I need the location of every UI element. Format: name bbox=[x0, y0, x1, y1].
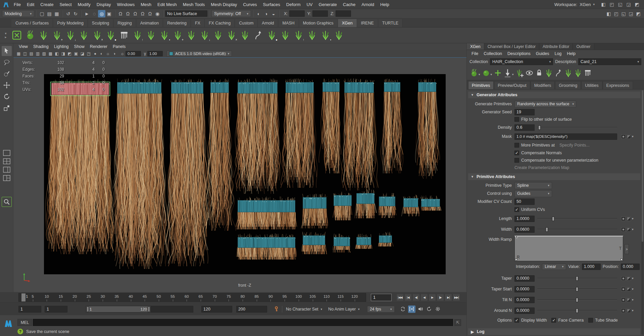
compensate-normals-checkbox[interactable]: ✓ bbox=[514, 151, 519, 155]
more-primitives-checkbox[interactable] bbox=[514, 143, 519, 148]
split-pane-icon[interactable]: ◲ bbox=[625, 1, 632, 8]
menu-item[interactable]: Edit bbox=[24, 2, 37, 7]
shelf-tab[interactable]: FX Caching bbox=[205, 19, 235, 27]
menu-item[interactable]: Help bbox=[377, 2, 392, 7]
shelf-tabs-toggle-icon[interactable]: ▾ bbox=[5, 32, 6, 35]
length-slider[interactable] bbox=[537, 216, 617, 221]
menu-item[interactable]: Edit Mesh bbox=[154, 2, 180, 7]
xgen-toolbar-icon[interactable] bbox=[574, 68, 583, 77]
shelf-tab[interactable]: Curves / Surfaces bbox=[11, 19, 53, 27]
tilt-n-field[interactable]: 0.0000 bbox=[514, 297, 535, 303]
xgen-toolbar-icon[interactable] bbox=[564, 68, 573, 77]
menu-item[interactable]: File bbox=[11, 2, 24, 7]
sidebar-tab[interactable]: Outliner bbox=[573, 43, 594, 50]
scrollbar-thumb[interactable] bbox=[642, 90, 643, 242]
taper-start-slider[interactable] bbox=[537, 287, 617, 291]
shelf-tab[interactable]: Animation bbox=[136, 19, 163, 27]
character-set-selector[interactable]: No Character Set ▾ bbox=[286, 307, 322, 312]
exposure-icon[interactable]: ☼ bbox=[120, 51, 124, 56]
wireframe-mode-icon[interactable]: ◳ bbox=[86, 51, 92, 57]
xgen-menu-item[interactable]: Guides bbox=[533, 50, 552, 57]
display-width-checkbox[interactable]: ✓ bbox=[514, 318, 519, 323]
animation-end-field[interactable]: 200 bbox=[236, 306, 267, 313]
map-button[interactable] bbox=[621, 134, 626, 139]
xgen-toolbar-icon[interactable] bbox=[503, 68, 512, 77]
shelf-tab[interactable]: Rigging bbox=[113, 19, 136, 27]
expression-button[interactable] bbox=[627, 134, 631, 139]
taper-slider[interactable] bbox=[537, 276, 617, 281]
around-n-field[interactable]: 0.0000 bbox=[514, 307, 535, 314]
taper-field[interactable]: 0.0000 bbox=[514, 275, 535, 282]
render-current-frame-icon[interactable]: ◐ bbox=[255, 10, 262, 17]
row-menu-caret-icon[interactable]: ▾ bbox=[632, 228, 634, 231]
highlight-selection-icon[interactable]: ▣ bbox=[105, 10, 113, 17]
render-settings-icon[interactable]: ◒ bbox=[270, 10, 277, 17]
menu-item[interactable]: UV bbox=[303, 2, 315, 7]
xgen-tab[interactable]: Preview/Output bbox=[494, 81, 530, 89]
symmetry-selector[interactable]: Symmetry: Off ▾ bbox=[211, 10, 251, 17]
xgen-tab[interactable]: Primitives bbox=[468, 81, 494, 89]
density-field[interactable]: 0.6 bbox=[514, 124, 535, 131]
go-to-start-button[interactable]: |◀◀ bbox=[396, 294, 404, 301]
snap-to-projected-center-icon[interactable]: Ω bbox=[139, 10, 146, 17]
tube-shade-checkbox[interactable] bbox=[588, 318, 593, 323]
generator-attributes-section[interactable]: ▼ Generator Attributes bbox=[468, 92, 640, 98]
create-parameterization-map-button[interactable]: Create Parameterization Map bbox=[514, 165, 569, 170]
chevron-down-icon[interactable]: ▾ bbox=[479, 73, 480, 76]
lights-toggle-icon[interactable]: ☼ bbox=[105, 51, 111, 57]
ramp-expand-button[interactable]: > bbox=[625, 244, 629, 254]
menu-item[interactable]: Arnold bbox=[358, 2, 377, 7]
command-language-toggle[interactable]: MEL bbox=[17, 319, 32, 326]
gate-mask-icon[interactable]: ◩ bbox=[66, 51, 73, 57]
gamma-icon[interactable]: γ bbox=[144, 51, 146, 56]
menu-item[interactable]: Cache bbox=[340, 2, 359, 7]
collection-selector[interactable]: HAIR_Collection ▾ bbox=[490, 58, 553, 65]
layout-settings-icon[interactable]: ◩ bbox=[635, 10, 642, 17]
xgen-toolbar-icon[interactable] bbox=[493, 68, 502, 77]
z-coordinate-field[interactable] bbox=[336, 10, 351, 17]
xgen-toolbar-icon[interactable] bbox=[469, 68, 479, 77]
time-slider[interactable]: 1 51015202530354045505560657075808590951… bbox=[18, 293, 366, 302]
menu-item[interactable]: Modify bbox=[75, 2, 94, 7]
bookmarks-icon[interactable]: ▥ bbox=[35, 51, 41, 57]
range-slider-bar[interactable]: 1 120 bbox=[86, 306, 150, 312]
xgen-toolbar-icon[interactable] bbox=[535, 68, 544, 77]
shelf-tab[interactable]: Sculpting bbox=[88, 19, 113, 27]
panel-menu-item[interactable]: Lighting bbox=[51, 43, 71, 50]
xgen-toolbar-icon[interactable] bbox=[515, 68, 524, 77]
panel-menu-item[interactable]: View bbox=[16, 43, 31, 50]
field-chart-icon[interactable]: ▣ bbox=[73, 51, 79, 57]
menu-item[interactable]: Curves bbox=[240, 2, 260, 7]
row-menu-caret-icon[interactable]: ▾ bbox=[632, 309, 634, 312]
select-mask-component-icon[interactable]: ◎ bbox=[98, 10, 105, 17]
previous-key-button[interactable]: |◀ bbox=[404, 294, 412, 301]
range-slider[interactable]: 1 120 bbox=[86, 306, 193, 313]
ramp-end-handle[interactable] bbox=[621, 259, 623, 261]
range-start-handle[interactable] bbox=[87, 306, 89, 312]
panel-menu-item[interactable]: Renderer bbox=[87, 43, 110, 50]
description-selector[interactable]: Card_21 ▾ bbox=[578, 58, 641, 65]
shaded-mode-icon[interactable]: ● bbox=[92, 51, 98, 57]
shelf-tab[interactable]: Poly Modeling bbox=[53, 19, 88, 27]
x-coordinate-field[interactable] bbox=[289, 10, 305, 17]
four-pane-icon[interactable]: ◰ bbox=[608, 1, 615, 8]
split-pane-icon[interactable]: ◲ bbox=[627, 10, 635, 17]
shelf-tab[interactable]: MASH bbox=[278, 19, 299, 27]
gamma-field[interactable]: 1.00 bbox=[147, 51, 163, 56]
taper-start-field[interactable]: 0.0000 bbox=[514, 286, 535, 292]
xgen-tab[interactable]: Grooming bbox=[555, 81, 581, 89]
xgen-toolbar-icon[interactable] bbox=[554, 68, 563, 77]
previous-frame-button[interactable]: ◀| bbox=[412, 294, 420, 301]
tilt-n-slider[interactable] bbox=[537, 297, 617, 302]
chevron-down-icon[interactable]: ▾ bbox=[491, 73, 492, 76]
length-field[interactable]: 1.0000 bbox=[514, 216, 535, 222]
play-forward-button[interactable]: ▶ bbox=[429, 294, 436, 301]
range-end-handle[interactable] bbox=[148, 306, 150, 312]
row-menu-caret-icon[interactable]: ▾ bbox=[632, 277, 634, 280]
open-scene-icon[interactable]: ▤ bbox=[46, 10, 53, 17]
primitive-attributes-section[interactable]: ▼ Primitive Attributes bbox=[468, 173, 640, 180]
xgen-toolbar-icon[interactable] bbox=[482, 68, 491, 77]
expression-button[interactable] bbox=[627, 217, 631, 221]
panel-menu-item[interactable]: Panels bbox=[110, 43, 128, 50]
ramp-position-field[interactable]: 0.000 bbox=[621, 264, 640, 270]
